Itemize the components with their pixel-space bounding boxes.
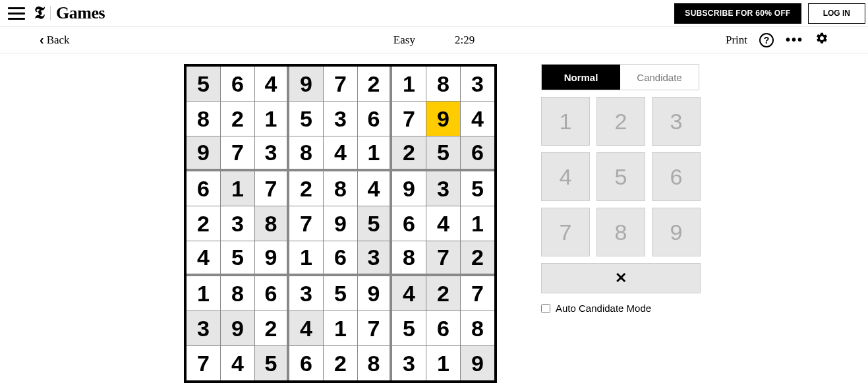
- sudoku-cell[interactable]: 2: [461, 241, 494, 276]
- sudoku-cell[interactable]: 4: [255, 67, 289, 101]
- sudoku-cell[interactable]: 5: [324, 276, 357, 311]
- sudoku-cell[interactable]: 8: [255, 206, 289, 241]
- sudoku-cell[interactable]: 4: [187, 241, 220, 276]
- sudoku-cell[interactable]: 7: [187, 346, 220, 380]
- more-icon[interactable]: •••: [786, 32, 803, 47]
- sudoku-cell[interactable]: 7: [289, 206, 323, 241]
- sudoku-cell[interactable]: 3: [461, 67, 494, 101]
- sudoku-cell[interactable]: 5: [289, 102, 323, 136]
- sudoku-cell[interactable]: 1: [255, 102, 289, 136]
- keypad-9[interactable]: 9: [652, 208, 701, 256]
- keypad-7[interactable]: 7: [541, 208, 590, 256]
- sudoku-cell[interactable]: 2: [289, 171, 323, 206]
- sudoku-cell[interactable]: 9: [324, 206, 357, 241]
- sudoku-cell[interactable]: 6: [461, 136, 494, 171]
- sudoku-cell[interactable]: 8: [392, 241, 426, 276]
- sudoku-cell[interactable]: 2: [255, 311, 289, 345]
- sudoku-cell[interactable]: 3: [255, 136, 289, 171]
- clear-button[interactable]: ✕: [541, 263, 701, 293]
- sudoku-cell[interactable]: 8: [221, 276, 254, 311]
- difficulty-label[interactable]: Easy: [393, 34, 415, 47]
- mode-normal-button[interactable]: Normal: [542, 65, 620, 90]
- sudoku-cell[interactable]: 3: [392, 346, 426, 380]
- keypad-6[interactable]: 6: [652, 152, 701, 201]
- sudoku-cell[interactable]: 6: [255, 276, 289, 311]
- sudoku-cell[interactable]: 3: [187, 311, 220, 345]
- sudoku-cell[interactable]: 6: [426, 311, 460, 345]
- sudoku-cell[interactable]: 9: [187, 136, 220, 171]
- sudoku-cell[interactable]: 7: [324, 67, 357, 101]
- sudoku-cell[interactable]: 1: [392, 67, 426, 101]
- print-button[interactable]: Print: [726, 34, 747, 47]
- sudoku-cell[interactable]: 5: [392, 311, 426, 345]
- sudoku-cell[interactable]: 9: [289, 67, 323, 101]
- sudoku-cell[interactable]: 6: [358, 102, 391, 136]
- sudoku-cell[interactable]: 8: [426, 67, 460, 101]
- sudoku-cell[interactable]: 4: [221, 346, 254, 380]
- sudoku-cell[interactable]: 7: [392, 102, 426, 136]
- auto-candidate-checkbox[interactable]: [541, 304, 550, 313]
- keypad-1[interactable]: 1: [541, 97, 590, 146]
- sudoku-cell[interactable]: 9: [221, 311, 254, 345]
- sudoku-cell[interactable]: 2: [324, 346, 357, 380]
- sudoku-cell[interactable]: 2: [392, 136, 426, 171]
- sudoku-cell[interactable]: 6: [289, 346, 323, 380]
- sudoku-cell[interactable]: 4: [358, 171, 391, 206]
- sudoku-cell[interactable]: 1: [324, 311, 357, 345]
- sudoku-cell[interactable]: 8: [461, 311, 494, 345]
- sudoku-cell[interactable]: 2: [187, 206, 220, 241]
- sudoku-cell[interactable]: 6: [221, 67, 254, 101]
- sudoku-cell[interactable]: 9: [255, 241, 289, 276]
- keypad-3[interactable]: 3: [652, 97, 701, 146]
- keypad-2[interactable]: 2: [596, 97, 645, 146]
- sudoku-cell[interactable]: 4: [392, 276, 426, 311]
- sudoku-cell[interactable]: 6: [324, 241, 357, 276]
- sudoku-cell[interactable]: 5: [358, 206, 391, 241]
- menu-icon[interactable]: [8, 5, 25, 22]
- sudoku-cell[interactable]: 7: [358, 311, 391, 345]
- timer-label[interactable]: 2:29: [455, 34, 475, 47]
- keypad-4[interactable]: 4: [541, 152, 590, 201]
- login-button[interactable]: LOG IN: [808, 3, 865, 24]
- sudoku-cell[interactable]: 5: [187, 67, 220, 101]
- sudoku-cell[interactable]: 5: [255, 346, 289, 380]
- sudoku-cell[interactable]: 5: [461, 171, 494, 206]
- sudoku-cell[interactable]: 2: [221, 102, 254, 136]
- sudoku-cell[interactable]: 1: [187, 276, 220, 311]
- keypad-8[interactable]: 8: [596, 208, 645, 256]
- back-button[interactable]: ‹ Back: [40, 32, 70, 47]
- sudoku-cell[interactable]: 3: [324, 102, 357, 136]
- sudoku-cell[interactable]: 1: [461, 206, 494, 241]
- sudoku-cell[interactable]: 1: [221, 171, 254, 206]
- subscribe-button[interactable]: SUBSCRIBE FOR 60% OFF: [674, 3, 801, 24]
- sudoku-cell[interactable]: 3: [289, 276, 323, 311]
- sudoku-cell[interactable]: 2: [358, 67, 391, 101]
- sudoku-cell[interactable]: 9: [461, 346, 494, 380]
- sudoku-cell[interactable]: 8: [289, 136, 323, 171]
- sudoku-cell[interactable]: 5: [426, 136, 460, 171]
- sudoku-cell[interactable]: 8: [187, 102, 220, 136]
- brand[interactable]: 𝕿 Games: [34, 3, 105, 23]
- mode-candidate-button[interactable]: Candidate: [620, 65, 699, 90]
- sudoku-cell[interactable]: 1: [289, 241, 323, 276]
- sudoku-cell[interactable]: 7: [426, 241, 460, 276]
- sudoku-cell[interactable]: 4: [426, 206, 460, 241]
- sudoku-cell[interactable]: 8: [358, 346, 391, 380]
- sudoku-cell[interactable]: 9: [358, 276, 391, 311]
- sudoku-cell[interactable]: 6: [392, 206, 426, 241]
- sudoku-cell[interactable]: 7: [255, 171, 289, 206]
- sudoku-cell[interactable]: 9: [426, 102, 460, 136]
- sudoku-cell[interactable]: 5: [221, 241, 254, 276]
- sudoku-cell[interactable]: 4: [461, 102, 494, 136]
- sudoku-cell[interactable]: 1: [426, 346, 460, 380]
- help-icon[interactable]: ?: [759, 33, 774, 47]
- sudoku-cell[interactable]: 4: [324, 136, 357, 171]
- sudoku-cell[interactable]: 3: [358, 241, 391, 276]
- sudoku-cell[interactable]: 8: [324, 171, 357, 206]
- sudoku-cell[interactable]: 2: [426, 276, 460, 311]
- sudoku-cell[interactable]: 3: [221, 206, 254, 241]
- gear-icon[interactable]: [815, 32, 828, 48]
- sudoku-cell[interactable]: 1: [358, 136, 391, 171]
- keypad-5[interactable]: 5: [596, 152, 645, 201]
- sudoku-cell[interactable]: 4: [289, 311, 323, 345]
